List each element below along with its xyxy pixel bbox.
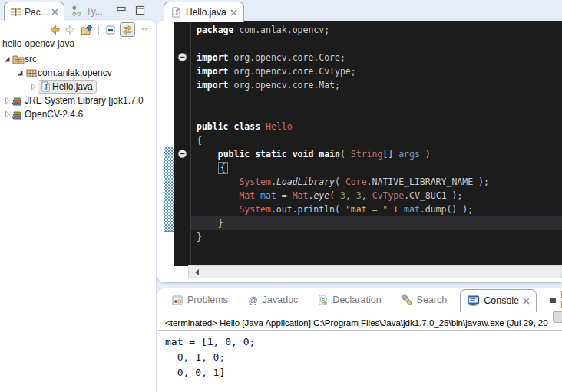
package-explorer-panel: Pac... Ty... hello-opencv-java srccom.an… bbox=[0, 0, 156, 392]
tab-search[interactable]: Search bbox=[395, 289, 454, 311]
close-icon[interactable] bbox=[230, 9, 237, 16]
console-output-line: 0, 1, 0; bbox=[165, 350, 562, 365]
code-line: public static void main( String[] args ) bbox=[191, 147, 562, 161]
java-file-icon: J bbox=[170, 6, 182, 18]
library-icon bbox=[12, 108, 25, 120]
tab-declaration[interactable]: (eDeclaration bbox=[311, 289, 387, 311]
view-menu-icon bbox=[140, 25, 150, 35]
collapse-arrow-icon[interactable] bbox=[3, 97, 12, 104]
tab-label: Ty... bbox=[86, 6, 103, 17]
tree-item-label: JRE System Library [jdk1.7.0 bbox=[25, 95, 144, 106]
expand-arrow-icon[interactable] bbox=[16, 70, 25, 77]
bottom-tab-label: Problems bbox=[187, 295, 228, 305]
bottom-tab-label: Search bbox=[417, 295, 448, 305]
tree-item-label: src bbox=[25, 54, 37, 64]
svg-text:@: @ bbox=[248, 295, 257, 306]
tab-label: Pac... bbox=[25, 7, 48, 18]
tree-selection: JHello.java bbox=[38, 80, 97, 94]
bottom-tab-label: Console bbox=[484, 295, 519, 306]
up-folder-icon bbox=[81, 24, 94, 36]
code-line: import org.opencv.core.Mat; bbox=[191, 78, 562, 92]
close-icon[interactable] bbox=[523, 298, 530, 305]
tree-item[interactable]: src bbox=[0, 52, 156, 66]
package-explorer-icon bbox=[10, 6, 21, 18]
range-indicator bbox=[164, 147, 174, 232]
tree-item-label: Hello.java bbox=[52, 81, 93, 92]
code-line: import org.opencv.core.CvType; bbox=[191, 64, 562, 78]
forward-button[interactable] bbox=[64, 23, 78, 36]
code-line: System.LoadLibrary( Core.NATIVE_LIBRARY_… bbox=[191, 175, 562, 189]
project-label[interactable]: hello-opencv-java bbox=[0, 38, 156, 51]
tree-item[interactable]: JRE System Library [jdk1.7.0 bbox=[0, 94, 156, 107]
fold-collapse-icon[interactable] bbox=[177, 149, 187, 159]
link-with-editor-button[interactable] bbox=[120, 22, 135, 37]
code-line-current: } bbox=[191, 216, 562, 230]
code-line: { bbox=[191, 133, 562, 147]
collapse-arrow-icon[interactable] bbox=[3, 110, 12, 118]
back-button[interactable] bbox=[48, 23, 61, 36]
tab-console[interactable]: Console bbox=[460, 289, 537, 312]
tree-item[interactable]: com.anlak.opencv bbox=[0, 66, 156, 80]
tab-type-hierarchy[interactable]: Ty... bbox=[66, 2, 108, 21]
code-line: { bbox=[191, 161, 562, 175]
bottom-tab-label: Declaration bbox=[332, 295, 381, 305]
editor-tab-label: Hello.java bbox=[186, 7, 226, 18]
javadoc-icon: @ bbox=[247, 295, 259, 306]
code-line bbox=[191, 37, 562, 51]
tab-problems[interactable]: Problems bbox=[165, 289, 234, 311]
search-icon bbox=[401, 294, 413, 306]
tab-javadoc[interactable]: @Javadoc bbox=[241, 289, 305, 311]
expand-arrow-icon[interactable] bbox=[3, 56, 12, 63]
scroll-left-arrow-icon[interactable] bbox=[192, 269, 199, 275]
tab-hello-java[interactable]: J Hello.java bbox=[164, 2, 244, 22]
back-icon bbox=[48, 24, 61, 36]
console-output[interactable]: mat = [1, 0, 0; 0, 1, 0; 0, 0, 1] bbox=[157, 331, 562, 380]
java-editor: package com.anlak.opencv;import org.open… bbox=[157, 21, 562, 282]
link-with-editor-icon bbox=[121, 24, 134, 36]
bottom-tab-bar: Problems@Javadoc(eDeclarationSearchConso… bbox=[157, 288, 562, 311]
console-icon bbox=[467, 295, 480, 307]
tree-item-label: com.anlak.opencv bbox=[38, 68, 112, 78]
maximize-button[interactable] bbox=[135, 5, 145, 15]
type-hierarchy-icon bbox=[71, 5, 83, 17]
forward-icon bbox=[64, 24, 77, 36]
library-icon bbox=[12, 94, 25, 107]
code-line: public class Hello bbox=[191, 120, 562, 133]
console-toolbar-button[interactable] bbox=[553, 311, 562, 323]
code-line bbox=[191, 106, 562, 120]
package-folder-icon bbox=[12, 53, 25, 65]
bottom-views-panel: Problems@Javadoc(eDeclarationSearchConso… bbox=[157, 288, 562, 392]
project-tree: srccom.anlak.opencvJHello.javaJRE System… bbox=[0, 52, 156, 392]
code-line: package com.anlak.opencv; bbox=[191, 23, 562, 37]
collapse-arrow-icon[interactable] bbox=[29, 83, 38, 91]
code-area[interactable]: package com.anlak.opencv;import org.open… bbox=[174, 21, 562, 266]
collapse-all-button[interactable] bbox=[104, 23, 117, 36]
tab-bug-explorer[interactable]: Bug Explorer bbox=[544, 289, 562, 311]
bug-icon bbox=[550, 297, 557, 304]
view-menu-button[interactable] bbox=[137, 23, 151, 36]
code-line: import org.opencv.core.Core; bbox=[191, 51, 562, 64]
fold-collapse-icon[interactable] bbox=[177, 52, 187, 62]
tree-item[interactable]: JHello.java bbox=[0, 80, 156, 94]
code-line bbox=[191, 92, 562, 106]
minimize-button[interactable] bbox=[117, 5, 127, 15]
console-output-line: mat = [1, 0, 0; bbox=[165, 334, 562, 350]
tree-item[interactable]: OpenCV-2.4.6 bbox=[0, 107, 156, 121]
tab-package-explorer[interactable]: Pac... bbox=[4, 2, 64, 21]
toolbar-separator bbox=[98, 25, 99, 35]
code-line: System.out.println( "mat = " + mat.dump(… bbox=[191, 203, 562, 216]
close-icon[interactable] bbox=[51, 8, 58, 15]
bottom-tab-label: Javadoc bbox=[263, 295, 299, 305]
svg-text:J: J bbox=[44, 84, 48, 91]
package-explorer-toolbar bbox=[0, 21, 151, 38]
console-process-header: <terminated> Hello [Java Application] C:… bbox=[157, 311, 562, 331]
code-line: } bbox=[191, 230, 562, 244]
horizontal-scrollbar[interactable] bbox=[188, 265, 562, 278]
up-folder-button[interactable] bbox=[80, 23, 94, 36]
package-icon bbox=[25, 67, 38, 79]
declaration-icon: (e bbox=[317, 294, 329, 306]
java-file-icon: J bbox=[39, 81, 52, 93]
problems-icon bbox=[171, 294, 183, 306]
tree-item-label: OpenCV-2.4.6 bbox=[25, 109, 83, 120]
svg-text:J: J bbox=[174, 9, 178, 17]
